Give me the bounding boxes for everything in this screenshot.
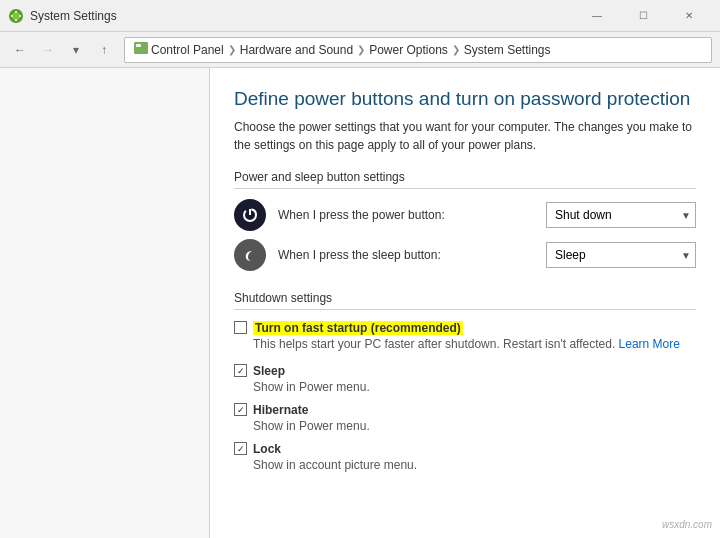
svg-rect-3 — [136, 44, 141, 47]
forward-button[interactable]: → — [36, 38, 60, 62]
sleep-desc: Show in Power menu. — [253, 380, 696, 394]
fast-startup-highlight: Turn on fast startup (recommended) — [253, 321, 463, 335]
breadcrumb-bar: Control Panel ❯ Hardware and Sound ❯ Pow… — [124, 37, 712, 63]
breadcrumb-power-options[interactable]: Power Options — [369, 43, 448, 57]
main-panel: Define power buttons and turn on passwor… — [210, 68, 720, 538]
dropdown-button[interactable]: ▾ — [64, 38, 88, 62]
title-bar: System Settings — ☐ ✕ — [0, 0, 720, 32]
lock-text-block: Lock Show in account picture menu. — [253, 441, 696, 472]
fast-startup-desc: This helps start your PC faster after sh… — [253, 337, 696, 351]
title-bar-title: System Settings — [30, 9, 117, 23]
sleep-checkbox[interactable] — [234, 364, 247, 377]
fast-startup-title: Turn on fast startup (recommended) — [253, 321, 463, 335]
breadcrumb-icon — [133, 40, 149, 59]
fast-startup-checkbox[interactable] — [234, 321, 247, 334]
sleep-button-dropdown[interactable]: Sleep Hibernate Shut down Turn off the d… — [546, 242, 696, 268]
learn-more-link[interactable]: Learn More — [619, 337, 680, 351]
minimize-button[interactable]: — — [574, 0, 620, 32]
breadcrumb-hardware-sound[interactable]: Hardware and Sound — [240, 43, 353, 57]
lock-title: Lock — [253, 442, 281, 456]
fast-startup-row: Turn on fast startup (recommended) This … — [234, 320, 696, 351]
sleep-title: Sleep — [253, 364, 285, 378]
lock-checkbox[interactable] — [234, 442, 247, 455]
close-button[interactable]: ✕ — [666, 0, 712, 32]
maximize-button[interactable]: ☐ — [620, 0, 666, 32]
title-bar-controls: — ☐ ✕ — [574, 0, 712, 32]
page-title: Define power buttons and turn on passwor… — [234, 88, 696, 110]
sleep-row: Sleep Show in Power menu. — [234, 363, 696, 394]
power-button-select[interactable]: Shut down Sleep Hibernate Turn off the d… — [551, 203, 691, 227]
power-button-dropdown[interactable]: Shut down Sleep Hibernate Turn off the d… — [546, 202, 696, 228]
sleep-button-select[interactable]: Sleep Hibernate Shut down Turn off the d… — [551, 243, 691, 267]
power-button-icon — [234, 199, 266, 231]
shutdown-section: Shutdown settings Turn on fast startup (… — [234, 291, 696, 472]
hibernate-text-block: Hibernate Show in Power menu. — [253, 402, 696, 433]
power-sleep-header: Power and sleep button settings — [234, 170, 696, 189]
hibernate-title: Hibernate — [253, 403, 308, 417]
lock-row: Lock Show in account picture menu. — [234, 441, 696, 472]
sleep-button-row: When I press the sleep button: Sleep Hib… — [234, 239, 696, 271]
back-button[interactable]: ← — [8, 38, 32, 62]
up-button[interactable]: ↑ — [92, 38, 116, 62]
hibernate-checkbox[interactable] — [234, 403, 247, 416]
left-panel — [0, 68, 210, 538]
power-sleep-section: Power and sleep button settings When I p… — [234, 170, 696, 271]
page-description: Choose the power settings that you want … — [234, 118, 696, 154]
svg-point-1 — [12, 12, 20, 20]
lock-desc: Show in account picture menu. — [253, 458, 696, 472]
title-bar-icon — [8, 8, 24, 24]
content-area: Define power buttons and turn on passwor… — [0, 68, 720, 538]
hibernate-desc: Show in Power menu. — [253, 419, 696, 433]
power-button-row: When I press the power button: Shut down… — [234, 199, 696, 231]
sleep-button-icon — [234, 239, 266, 271]
breadcrumb-control-panel[interactable]: Control Panel — [151, 43, 224, 57]
hibernate-row: Hibernate Show in Power menu. — [234, 402, 696, 433]
watermark: wsxdn.com — [662, 519, 712, 530]
sleep-button-label: When I press the sleep button: — [278, 248, 534, 262]
power-button-label: When I press the power button: — [278, 208, 534, 222]
shutdown-section-header: Shutdown settings — [234, 291, 696, 310]
navigation-bar: ← → ▾ ↑ Control Panel ❯ Hardware and Sou… — [0, 32, 720, 68]
fast-startup-text-block: Turn on fast startup (recommended) This … — [253, 320, 696, 351]
sleep-text-block: Sleep Show in Power menu. — [253, 363, 696, 394]
svg-rect-2 — [134, 42, 148, 54]
breadcrumb-system-settings: System Settings — [464, 43, 551, 57]
